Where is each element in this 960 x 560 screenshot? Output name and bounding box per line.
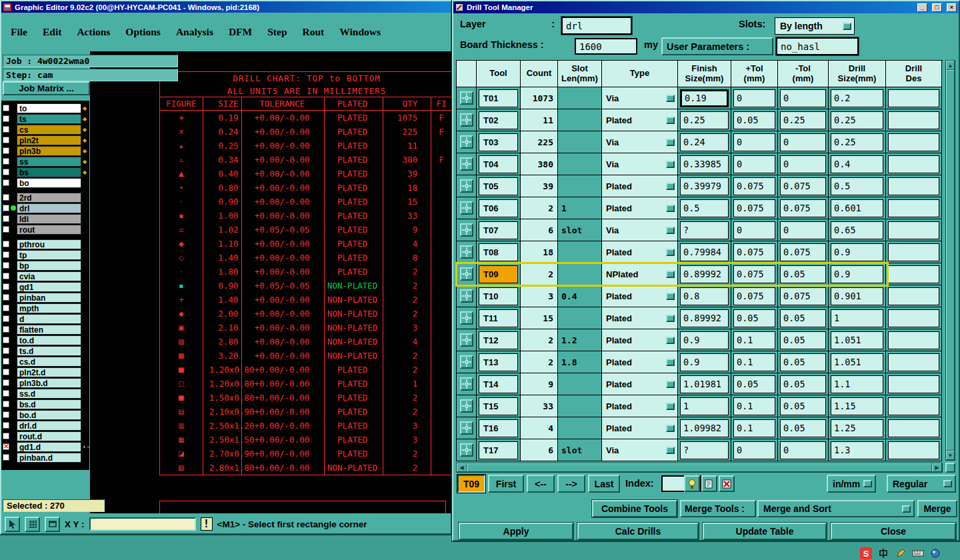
tool-crosshair-icon[interactable] — [460, 223, 473, 237]
tool-id[interactable]: T17 — [479, 441, 518, 459]
drill-des-input[interactable] — [888, 177, 939, 195]
tool-crosshair-icon[interactable] — [460, 421, 473, 435]
finish-size-input[interactable]: 0.24 — [680, 133, 729, 151]
plus-tol-input[interactable]: 0.075 — [733, 199, 775, 217]
prev-button[interactable]: <-- — [527, 475, 555, 493]
layer-visibility-checkbox[interactable] — [3, 241, 9, 247]
layer-name[interactable]: rout.d — [17, 431, 81, 441]
layer-visibility-checkbox[interactable] — [3, 205, 9, 211]
finish-size-input[interactable]: 0.9 — [680, 331, 729, 349]
alert-button[interactable]: ! — [201, 517, 213, 531]
layer-visibility-checkbox[interactable] — [3, 358, 9, 365]
tool-type-dropdown[interactable]: Plated — [602, 285, 678, 307]
next-button[interactable]: --> — [557, 475, 585, 493]
tool-type-dropdown[interactable]: Plated — [602, 197, 678, 219]
minus-tol-input[interactable]: 0.05 — [780, 397, 826, 415]
menu-options[interactable]: Options — [125, 26, 161, 38]
tool-crosshair-icon[interactable] — [460, 377, 473, 391]
plus-tol-input[interactable]: 0.05 — [733, 309, 775, 327]
units-dropdown[interactable]: in/mm — [827, 475, 876, 493]
drill-des-input[interactable] — [888, 89, 939, 107]
tool-crosshair-icon[interactable] — [460, 135, 473, 149]
layer-visibility-checkbox[interactable] — [3, 137, 9, 143]
layer-visibility-checkbox[interactable] — [3, 226, 9, 233]
tool-type-dropdown[interactable]: Plated — [602, 417, 678, 439]
tool-select-cell[interactable] — [457, 439, 477, 461]
drill-size-input[interactable]: 0.65 — [831, 221, 883, 239]
merge-mode-dropdown[interactable]: Merge and Sort — [757, 500, 915, 517]
keyboard-icon[interactable] — [912, 547, 924, 559]
job-matrix-button[interactable]: Job Matrix ... — [3, 81, 90, 95]
combine-tools-button[interactable]: Combine Tools — [592, 500, 677, 517]
finish-size-input[interactable]: 0.25 — [680, 111, 729, 129]
layer-name[interactable]: 2rd — [17, 193, 81, 203]
tool-select-cell[interactable] — [457, 263, 477, 285]
tool-type-dropdown[interactable]: Plated — [602, 373, 678, 395]
plus-tol-input[interactable]: 0.05 — [733, 375, 775, 393]
drill-size-input[interactable]: 0.601 — [831, 199, 883, 217]
finish-size-input[interactable]: 0.9 — [680, 353, 729, 371]
layer-name[interactable]: bp — [17, 261, 81, 271]
tool-type-dropdown[interactable]: Plated — [602, 307, 678, 329]
user-parameters-button[interactable]: User Parameters : — [661, 37, 773, 55]
drill-size-input[interactable]: 1.051 — [831, 331, 883, 349]
tool-select-cell[interactable] — [457, 87, 477, 109]
close-button[interactable]: Close — [831, 523, 956, 540]
xy-input[interactable] — [89, 517, 196, 531]
close-icon[interactable]: × — [947, 3, 957, 12]
tool-select-cell[interactable] — [457, 307, 477, 329]
layer-name[interactable]: bs — [17, 167, 81, 177]
finish-size-input[interactable]: 0.8 — [680, 287, 729, 305]
drill-des-input[interactable] — [888, 221, 939, 239]
drill-des-input[interactable] — [888, 419, 939, 437]
layer-name[interactable]: gd1.d — [17, 442, 81, 452]
finish-size-input[interactable]: 1 — [680, 397, 729, 415]
calc-drills-button[interactable]: Calc Drills — [577, 523, 699, 540]
layer-visibility-checkbox[interactable] — [3, 273, 9, 279]
finish-size-input[interactable]: 0.79984 — [680, 243, 729, 261]
tool-select-cell[interactable] — [457, 417, 477, 439]
tool-type-dropdown[interactable]: Via — [602, 219, 678, 241]
drill-size-input[interactable]: 1.25 — [831, 419, 883, 437]
tool-id[interactable]: T14 — [479, 375, 518, 393]
tool-select-cell[interactable] — [457, 373, 477, 395]
tool-select-cell[interactable] — [457, 153, 477, 175]
layer-name[interactable]: bo.d — [17, 410, 81, 420]
layer-name[interactable]: pthrou — [17, 239, 81, 249]
tool-crosshair-icon[interactable] — [460, 113, 473, 127]
drill-size-input[interactable]: 0.25 — [831, 111, 883, 129]
layer-name[interactable]: pinban.d — [17, 453, 81, 463]
drill-des-input[interactable] — [888, 155, 939, 173]
layer-name[interactable]: ss.d — [17, 389, 81, 399]
tool-crosshair-icon[interactable] — [460, 399, 473, 413]
ball-icon[interactable] — [929, 547, 941, 559]
layer-visibility-checkbox[interactable] — [3, 105, 9, 111]
finish-size-input[interactable]: 0.5 — [680, 199, 729, 217]
finish-size-input[interactable]: ? — [680, 221, 729, 239]
drill-size-input[interactable]: 0.2 — [831, 89, 883, 107]
layer-visibility-checkbox[interactable] — [3, 326, 9, 333]
drill-size-input[interactable]: 1.1 — [831, 375, 883, 393]
layer-name[interactable]: to.d — [17, 335, 81, 345]
tool-id[interactable]: T02 — [479, 111, 518, 129]
tool-crosshair-icon[interactable] — [460, 443, 473, 457]
layer-name[interactable]: ts — [17, 114, 81, 124]
tool-select-cell[interactable] — [457, 175, 477, 197]
layer-name[interactable]: mpth — [17, 303, 81, 313]
layer-visibility-checkbox[interactable] — [3, 194, 9, 201]
layer-name[interactable]: cs — [17, 125, 81, 135]
maximize-icon[interactable]: □ — [932, 3, 942, 12]
drill-des-input[interactable] — [888, 309, 939, 327]
tool-crosshair-icon[interactable] — [460, 157, 473, 171]
tool-select-cell[interactable] — [457, 109, 477, 131]
layer-name[interactable]: pln2t — [17, 135, 81, 145]
vscroll-thumb[interactable] — [946, 70, 955, 451]
layer-name[interactable]: to — [17, 103, 81, 113]
drill-des-input[interactable] — [888, 441, 939, 459]
layer-name[interactable]: bo — [17, 178, 81, 188]
drill-size-input[interactable]: 1.3 — [831, 441, 883, 459]
layer-name[interactable]: ts.d — [17, 346, 81, 356]
scroll-down-icon[interactable]: ▼ — [946, 451, 955, 460]
select-cursor-button[interactable] — [5, 517, 20, 532]
tool-crosshair-icon[interactable] — [460, 267, 473, 281]
